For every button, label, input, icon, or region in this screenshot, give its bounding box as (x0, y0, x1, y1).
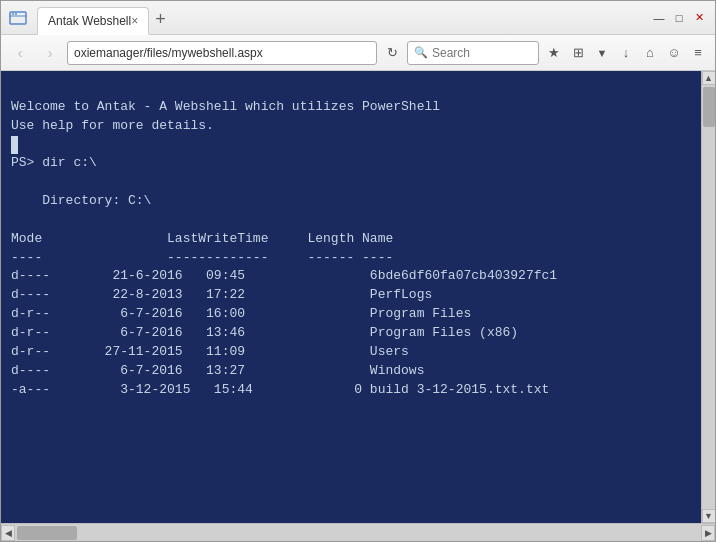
svg-point-2 (12, 13, 14, 15)
col-headers: Mode LastWriteTime Length Name (11, 231, 393, 246)
browser-window: Antak Webshell × + — □ ✕ ‹ › ↻ 🔍 ★ ⊞ ▼ ↓… (0, 0, 716, 542)
table-row: d---- 6-7-2016 13:27 Windows (11, 363, 424, 378)
table-row: d-r-- 27-11-2015 11:09 Users (11, 344, 409, 359)
search-input[interactable] (432, 46, 532, 60)
titlebar: Antak Webshell × + — □ ✕ (1, 1, 715, 35)
emoji-icon[interactable]: ☺ (663, 42, 685, 64)
home-icon[interactable]: ⌂ (639, 42, 661, 64)
search-box: 🔍 (407, 41, 539, 65)
scroll-left-button[interactable]: ◀ (1, 525, 15, 541)
table-row: d---- 21-6-2016 09:45 6bde6df60fa07cb403… (11, 268, 557, 283)
address-bar[interactable] (67, 41, 377, 65)
navbar: ‹ › ↻ 🔍 ★ ⊞ ▼ ↓ ⌂ ☺ ≡ (1, 35, 715, 71)
maximize-button[interactable]: □ (671, 10, 687, 26)
terminal-wrapper: Welcome to Antak - A Webshell which util… (1, 71, 715, 523)
col-divider: ---- ------------- ------ ---- (11, 250, 393, 265)
bookmark-icon[interactable]: ★ (543, 42, 565, 64)
forward-button[interactable]: › (37, 40, 63, 66)
welcome-line3 (11, 137, 18, 152)
reload-button[interactable]: ↻ (381, 42, 403, 64)
table-row: d-r-- 6-7-2016 16:00 Program Files (11, 306, 471, 321)
download-icon[interactable]: ↓ (615, 42, 637, 64)
reading-view-icon[interactable]: ⊞ (567, 42, 589, 64)
close-button[interactable]: ✕ (691, 10, 707, 26)
nav-icons: ★ ⊞ ▼ ↓ ⌂ ☺ ≡ (543, 42, 709, 64)
browser-icon (9, 9, 27, 27)
new-tab-button[interactable]: + (155, 10, 166, 28)
hscroll-thumb[interactable] (17, 526, 77, 540)
minimize-button[interactable]: — (651, 10, 667, 26)
prompt-cmd: PS> dir c:\ (11, 155, 97, 170)
tab-close-button[interactable]: × (131, 14, 138, 28)
bottom-scrollbar: ◀ ▶ (1, 523, 715, 541)
dir-header: Directory: C:\ (11, 193, 151, 208)
table-row: d-r-- 6-7-2016 13:46 Program Files (x86) (11, 325, 518, 340)
vertical-scrollbar[interactable]: ▲ ▼ (701, 71, 715, 523)
window-controls: — □ ✕ (651, 10, 707, 26)
active-tab[interactable]: Antak Webshell × (37, 7, 149, 35)
menu-icon[interactable]: ≡ (687, 42, 709, 64)
table-row: -a--- 3-12-2015 15:44 0 build 3-12-2015.… (11, 382, 549, 397)
hscroll-track[interactable] (15, 525, 701, 541)
welcome-line1: Welcome to Antak - A Webshell which util… (11, 99, 440, 114)
welcome-line2: Use help for more details. (11, 118, 214, 133)
tab-label: Antak Webshell (48, 14, 131, 28)
scroll-up-button[interactable]: ▲ (702, 71, 716, 85)
scroll-right-button[interactable]: ▶ (701, 525, 715, 541)
scroll-down-button[interactable]: ▼ (702, 509, 716, 523)
svg-point-3 (15, 13, 17, 15)
back-button[interactable]: ‹ (7, 40, 33, 66)
scrollbar-thumb[interactable] (703, 87, 715, 127)
search-icon: 🔍 (414, 46, 428, 59)
terminal[interactable]: Welcome to Antak - A Webshell which util… (1, 71, 701, 523)
table-row: d---- 22-8-2013 17:22 PerfLogs (11, 287, 432, 302)
pocket-icon[interactable]: ▼ (591, 42, 613, 64)
